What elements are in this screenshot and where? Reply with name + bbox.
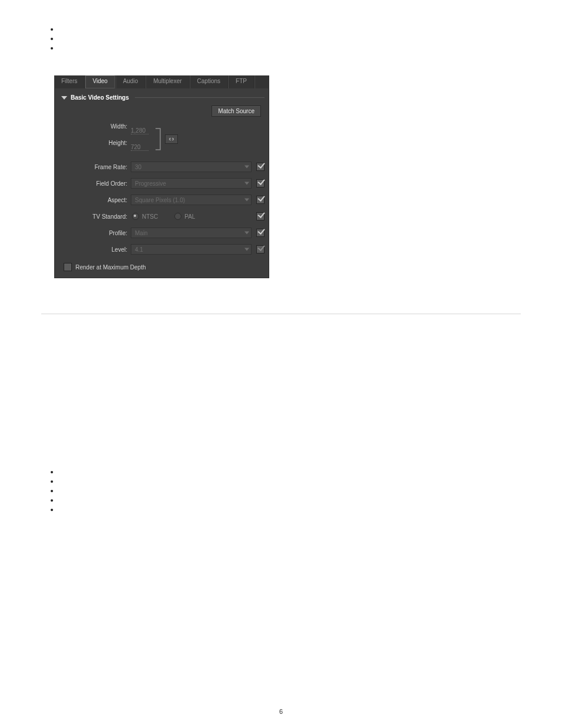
settings-tabbar: Filters Video Audio Multiplexer Captions… (54, 75, 269, 88)
tab-ftp[interactable]: FTP (228, 75, 254, 88)
list-item (59, 25, 521, 33)
aspect-dropdown[interactable]: Square Pixels (1.0) (131, 195, 252, 205)
chevron-down-icon (244, 166, 249, 169)
height-value[interactable]: 720 (131, 144, 148, 151)
link-icon (168, 137, 175, 141)
level-dropdown[interactable]: 4.1 (131, 244, 252, 255)
link-dimensions-button[interactable] (165, 134, 178, 144)
tab-captions[interactable]: Captions (190, 75, 228, 88)
profile-label: Profile: (61, 230, 131, 236)
list-item (59, 34, 521, 42)
tab-multiplexer[interactable]: Multiplexer (146, 75, 189, 88)
tv-standard-ntsc-radio[interactable]: NTSC (132, 213, 158, 220)
height-label: Height: (61, 139, 127, 156)
chevron-down-icon (244, 182, 249, 185)
frame-rate-label: Frame Rate: (61, 164, 131, 170)
match-source-checkbox-frame-rate[interactable] (256, 163, 265, 171)
list-item (59, 486, 521, 495)
match-source-button[interactable]: Match Source (211, 106, 261, 117)
tab-filters[interactable]: Filters (54, 75, 85, 88)
video-settings-panel: Filters Video Audio Multiplexer Captions… (54, 75, 269, 278)
chevron-down-icon (244, 232, 249, 235)
match-source-checkbox-profile[interactable] (256, 229, 265, 237)
lower-bullet-list (59, 467, 521, 513)
section-title: Basic Video Settings (71, 94, 129, 101)
list-item (59, 44, 521, 52)
match-source-checkbox-aspect[interactable] (256, 196, 265, 204)
tv-standard-pal-radio[interactable]: PAL (174, 213, 195, 220)
section-header-basic-video[interactable]: Basic Video Settings (61, 94, 265, 101)
page-divider (41, 314, 521, 314)
match-source-checkbox-tv-standard[interactable] (256, 212, 265, 220)
match-source-checkbox-level (256, 245, 265, 253)
radio-icon (132, 213, 139, 220)
field-order-label: Field Order: (61, 180, 131, 187)
width-value[interactable]: 1,280 (131, 127, 148, 134)
width-label: Width: (61, 123, 127, 139)
profile-dropdown[interactable]: Main (131, 228, 252, 238)
frame-rate-dropdown[interactable]: 30 (131, 162, 252, 172)
divider (135, 97, 265, 98)
render-max-depth-label: Render at Maximum Depth (75, 264, 146, 271)
match-source-checkbox-field-order[interactable] (256, 179, 265, 187)
disclosure-triangle-icon (61, 96, 67, 100)
tv-standard-label: TV Standard: (61, 213, 131, 220)
aspect-label: Aspect: (61, 197, 131, 203)
list-item (59, 505, 521, 513)
render-max-depth-checkbox[interactable] (64, 263, 72, 271)
top-bullet-list (59, 25, 521, 52)
link-bracket-icon (154, 126, 163, 152)
tab-video[interactable]: Video (85, 75, 115, 88)
field-order-dropdown[interactable]: Progressive (131, 178, 252, 189)
page-number: 6 (0, 708, 562, 715)
list-item (59, 467, 521, 476)
level-label: Level: (61, 246, 131, 253)
chevron-down-icon (244, 248, 249, 251)
radio-icon (174, 213, 181, 220)
list-item (59, 496, 521, 504)
tab-audio[interactable]: Audio (115, 75, 146, 88)
list-item (59, 477, 521, 485)
chevron-down-icon (244, 199, 249, 202)
